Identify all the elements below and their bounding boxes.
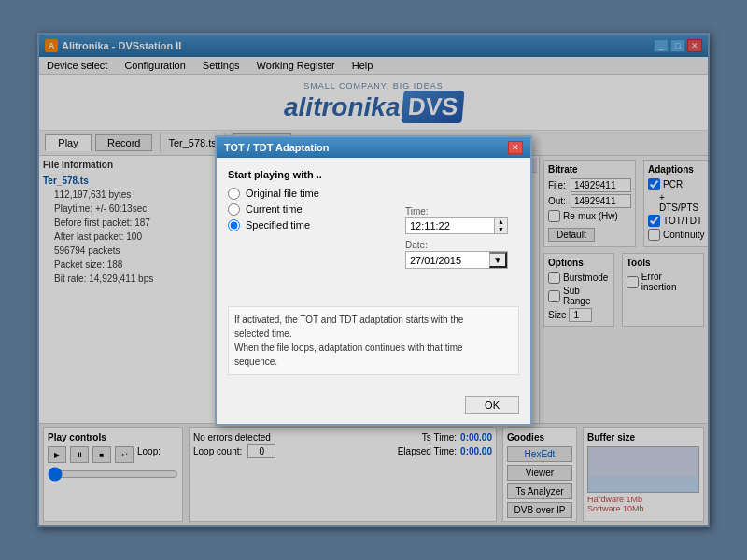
date-input-box: 27/01/2015 ▼: [405, 251, 508, 269]
time-date-section: Time: 12:11:22 ▲ ▼ Date: 27/01/2015 ▼: [405, 206, 508, 270]
modal-close-button[interactable]: ✕: [508, 141, 523, 154]
time-spin-up[interactable]: ▲: [495, 218, 507, 226]
time-value: 12:11:22: [406, 218, 494, 233]
modal-info-line1: If activated, the TOT and TDT adaptation…: [234, 315, 463, 325]
radio-original[interactable]: Original file time: [228, 188, 519, 200]
modal-dialog: TOT / TDT Adaptation ✕ Start playing wit…: [215, 135, 532, 426]
radio-specified-input[interactable]: [228, 219, 240, 231]
radio-current-input[interactable]: [228, 203, 240, 216]
time-input-box: 12:11:22 ▲ ▼: [405, 217, 508, 235]
modal-body: Start playing with .. Original file time…: [217, 158, 530, 396]
time-spin-buttons: ▲ ▼: [494, 218, 507, 234]
radio-current-label: Current time: [246, 203, 303, 215]
radio-specified-label: Specified time: [246, 219, 310, 231]
modal-title: TOT / TDT Adaptation: [224, 142, 329, 153]
modal-info-text: If activated, the TOT and TDT adaptation…: [228, 306, 519, 375]
date-value: 27/01/2015: [406, 253, 489, 268]
modal-info-line2: selected time.: [234, 329, 292, 339]
calendar-button[interactable]: ▼: [489, 252, 507, 268]
date-label: Date:: [405, 240, 508, 250]
time-label: Time:: [405, 206, 508, 217]
modal-title-bar: TOT / TDT Adaptation ✕: [217, 137, 530, 158]
radio-original-label: Original file time: [246, 188, 319, 199]
modal-start-playing-label: Start playing with ..: [228, 169, 519, 180]
ok-button[interactable]: OK: [465, 396, 519, 414]
modal-content-wrapper: Start playing with .. Original file time…: [228, 169, 519, 375]
modal-info-line3: When the file loops, adaptation continue…: [234, 343, 463, 353]
radio-original-input[interactable]: [228, 188, 240, 200]
modal-overlay: TOT / TDT Adaptation ✕ Start playing wit…: [0, 0, 747, 560]
modal-info-line4: sequence.: [234, 357, 277, 367]
time-spin-down[interactable]: ▼: [495, 226, 507, 233]
modal-footer: OK: [217, 396, 530, 424]
